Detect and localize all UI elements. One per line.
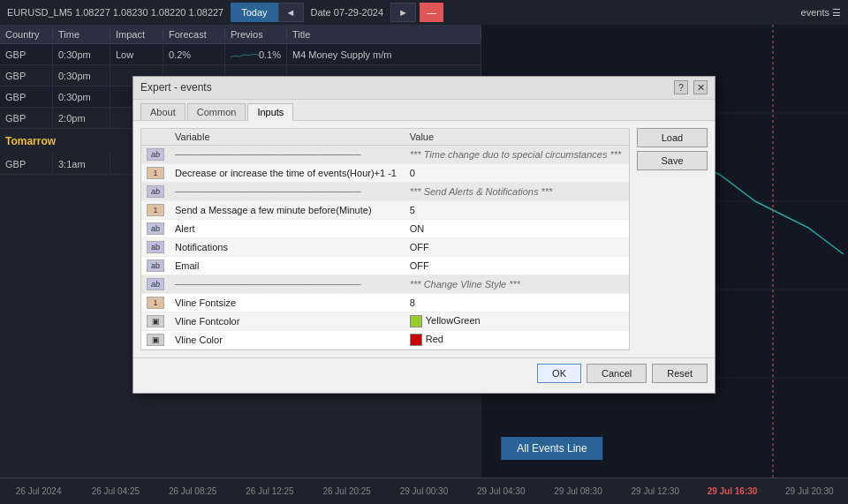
table-row[interactable]: 1 Vline Fontsize 8 [141, 293, 629, 312]
row-value: Red [405, 330, 629, 349]
row-variable: Vline Fontsize [170, 293, 405, 312]
color-swatch-fontcolor [410, 315, 422, 327]
row-value: 0 [405, 163, 629, 182]
row-value: 8 [405, 293, 629, 312]
row-variable: Vline Color [170, 330, 405, 349]
modal-side-buttons: Load Save [637, 128, 708, 170]
cancel-button[interactable]: Cancel [587, 364, 647, 383]
ok-button[interactable]: OK [537, 364, 581, 383]
table-row[interactable]: ab ─────────────────────────── *** Time … [141, 145, 629, 163]
row-variable: Notifications [170, 237, 405, 256]
table-row[interactable]: ▣ Vline Color Red [141, 330, 629, 349]
row-icon: 1 [141, 200, 170, 219]
row-value: YellowGreen [405, 312, 629, 330]
expert-events-modal: Expert - events ? ✕ About Common Inputs … [132, 76, 716, 394]
reset-button[interactable]: Reset [652, 364, 708, 383]
modal-tabs: About Common Inputs [133, 100, 715, 121]
table-row[interactable]: ab Email OFF [141, 256, 629, 275]
table-row[interactable]: ▣ Vline Fontcolor YellowGreen [141, 312, 629, 330]
row-variable: ─────────────────────────── [170, 145, 405, 163]
row-variable: ─────────────────────────── [170, 182, 405, 200]
tab-about[interactable]: About [140, 103, 186, 120]
modal-close-button[interactable]: ✕ [693, 80, 708, 94]
modal-table-area: Variable Value ab ──────────────────────… [140, 128, 630, 350]
row-value: ON [405, 219, 629, 237]
modal-title-controls: ? ✕ [674, 80, 708, 94]
save-button[interactable]: Save [637, 151, 708, 170]
load-button[interactable]: Load [637, 128, 708, 147]
table-row[interactable]: ab Alert ON [141, 219, 629, 237]
row-variable: Send a Message a few minute before(Minut… [170, 200, 405, 219]
tab-inputs[interactable]: Inputs [247, 103, 293, 121]
table-row[interactable]: ab Notifications OFF [141, 237, 629, 256]
col-value-header: Value [405, 129, 629, 146]
row-icon: ab [141, 219, 170, 237]
row-icon: 1 [141, 163, 170, 182]
row-value: OFF [405, 256, 629, 275]
row-icon: 1 [141, 293, 170, 312]
tab-common[interactable]: Common [187, 103, 246, 120]
row-variable: Vline Fontcolor [170, 312, 405, 330]
row-variable: Email [170, 256, 405, 275]
modal-body: Variable Value ab ──────────────────────… [133, 121, 715, 357]
inputs-table: Variable Value ab ──────────────────────… [141, 129, 629, 350]
modal-overlay: Expert - events ? ✕ About Common Inputs … [0, 0, 848, 504]
row-icon: ab [141, 275, 170, 293]
table-row[interactable]: 1 Decrease or increase the time of event… [141, 163, 629, 182]
row-icon: ab [141, 182, 170, 200]
table-row[interactable]: ab ─────────────────────────── *** Chang… [141, 275, 629, 293]
row-value: OFF [405, 237, 629, 256]
row-value: 5 [405, 200, 629, 219]
row-value: *** Send Alerts & Notifications *** [405, 182, 629, 200]
row-icon: ab [141, 256, 170, 275]
row-icon: ab [141, 145, 170, 163]
row-variable: ─────────────────────────── [170, 275, 405, 293]
col-icon-header [141, 129, 170, 146]
modal-title: Expert - events [140, 81, 212, 94]
row-variable: Decrease or increase the time of events(… [170, 163, 405, 182]
modal-title-bar: Expert - events ? ✕ [133, 77, 715, 100]
row-value: *** Time change duo to special circumsta… [405, 145, 629, 163]
row-variable: Alert [170, 219, 405, 237]
table-row[interactable]: 1 Send a Message a few minute before(Min… [141, 200, 629, 219]
row-value: *** Change Vline Style *** [405, 275, 629, 293]
row-icon: ab [141, 237, 170, 256]
col-variable-header: Variable [170, 129, 405, 146]
modal-help-button[interactable]: ? [674, 80, 688, 94]
table-row[interactable]: ab ─────────────────────────── *** Send … [141, 182, 629, 200]
row-icon: ▣ [141, 330, 170, 349]
row-icon: ▣ [141, 312, 170, 330]
modal-footer: OK Cancel Reset [133, 357, 715, 388]
color-swatch-vline [410, 334, 422, 346]
